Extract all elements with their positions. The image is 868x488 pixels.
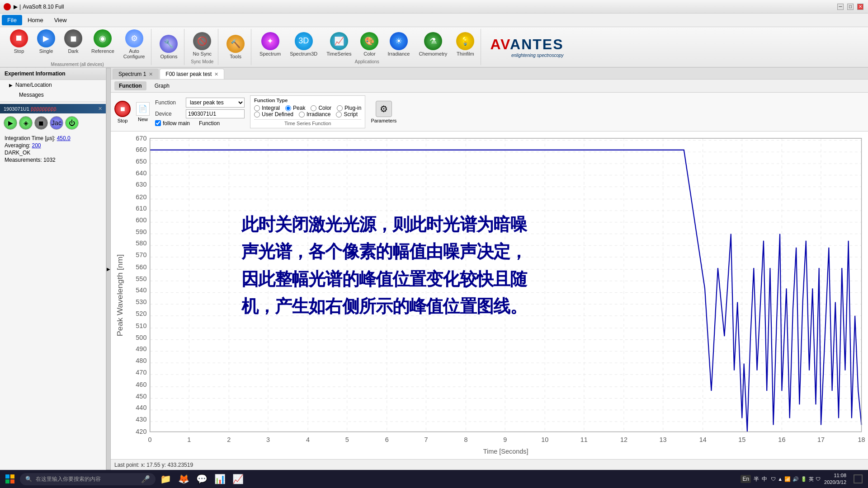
radio-peak[interactable] [285, 105, 291, 111]
sidebar-item-messages[interactable]: Messages [0, 90, 106, 100]
options-icon: 🔧 [160, 35, 178, 53]
device-power-button[interactable]: ⏻ [65, 116, 79, 130]
auto-configure-button[interactable]: ⚙ AutoConfigure [120, 28, 149, 61]
measurement-group-label: Measurement (all devices) [51, 62, 104, 67]
taskbar-search[interactable]: 🔍 在这里输入你要搜索的内容 🎤 [20, 473, 156, 485]
svg-text:620: 620 [136, 193, 146, 200]
taskbar-app-wechat[interactable]: 💬 [193, 471, 210, 487]
avantes-tagline: enlightening spectroscopy [511, 53, 564, 58]
single-button[interactable]: ▶ Single [33, 28, 59, 61]
dark-label: Dark [68, 48, 78, 54]
color-button[interactable]: 🎨 Color [357, 30, 382, 58]
toolbar-measurement-group: ⏹ Stop ▶ Single ◼ Dark ◉ Reference ⚙ Aut… [4, 29, 151, 65]
spectrum-button[interactable]: ✦ Spectrum [256, 30, 284, 58]
start-button[interactable] [2, 471, 18, 487]
tab-laser-peak[interactable]: F00 laser peak test ✕ [160, 69, 224, 79]
menu-view[interactable]: View [49, 15, 72, 25]
svg-text:600: 600 [136, 216, 146, 224]
irradiance-icon: ☀ [390, 32, 408, 50]
color-label: Color [363, 51, 375, 56]
sidebar-divider [0, 102, 106, 102]
integration-time-value[interactable]: 450.0 [57, 135, 71, 141]
follow-main-checkbox-group: follow main [155, 120, 190, 127]
chemometry-button[interactable]: ⚗ Chemometry [415, 30, 451, 58]
svg-text:640: 640 [136, 169, 146, 176]
dark-button[interactable]: ◼ Dark [61, 28, 86, 61]
auto-configure-icon: ⚙ [125, 29, 143, 47]
radio-integral[interactable] [254, 105, 260, 111]
timeseries-button[interactable]: 📈 TimeSeries [323, 30, 355, 58]
device-scope-button[interactable]: ◈ [19, 116, 33, 130]
menu-home[interactable]: Home [22, 15, 49, 25]
avantes-logo: AVANTES enlightening spectroscopy [483, 34, 571, 60]
params-button[interactable]: ⚙ Parameters [371, 101, 396, 123]
sync-button[interactable]: 🚫 No Sync [189, 30, 215, 58]
averaging-value[interactable]: 200 [32, 142, 41, 149]
tab-laser-peak-close[interactable]: ✕ [214, 71, 218, 77]
radio-script[interactable] [336, 112, 342, 117]
clock[interactable]: 11:08 2020/3/12 [824, 472, 846, 486]
svg-rect-95 [5, 479, 9, 483]
taskbar-app-avasoft[interactable]: 📈 [230, 471, 246, 487]
radio-user-defined[interactable] [254, 112, 260, 117]
func-new-button[interactable]: 📄 New [136, 102, 150, 122]
func-settings-group: Function laser peak tes Device follow ma… [155, 98, 245, 127]
minimize-button[interactable]: ─ [837, 4, 844, 10]
radio-irradiance-text: Irradiance [307, 111, 330, 117]
taskbar-app-files[interactable]: 📁 [157, 471, 174, 487]
svg-text:480: 480 [136, 357, 146, 364]
app-title: AvaSoft 8.10 Full [23, 4, 64, 10]
svg-text:420: 420 [136, 428, 146, 435]
device-bar: 1903071U1 βββββββββ ✕ [0, 104, 106, 113]
taskbar-app-red[interactable]: 📊 [212, 471, 228, 487]
close-button[interactable]: ✕ [857, 4, 863, 10]
sidebar-collapse-handle[interactable]: ▶ [106, 68, 111, 470]
reference-button[interactable]: ◉ Reference [88, 28, 118, 61]
irradiance-button[interactable]: ☀ Irradiance [384, 30, 413, 58]
dark-icon: ◼ [64, 29, 82, 47]
clock-time: 11:08 [824, 472, 846, 479]
svg-text:520: 520 [136, 310, 146, 317]
svg-text:540: 540 [136, 286, 146, 294]
window-controls[interactable]: ─ □ ✕ [837, 4, 863, 10]
function-tab[interactable]: Function [114, 81, 146, 90]
taskbar-app-browser[interactable]: 🦊 [175, 471, 192, 487]
follow-main-checkbox[interactable] [155, 120, 161, 126]
options-button[interactable]: 🔧 Options [156, 33, 181, 61]
menu-file[interactable]: File [2, 15, 22, 25]
stop-button[interactable]: ⏹ Stop [6, 28, 32, 61]
expand-tray-icon[interactable]: ▲ [778, 476, 783, 482]
func-device-input[interactable] [186, 109, 245, 118]
show-desktop-button[interactable] [850, 471, 866, 487]
svg-text:3: 3 [266, 436, 270, 443]
function-type-title: Function Type [254, 98, 361, 103]
device-script-button[interactable]: Jac [50, 116, 63, 130]
device-close-icon[interactable]: ✕ [98, 106, 102, 112]
radio-irradiance[interactable] [299, 112, 305, 117]
func-stop-button[interactable]: Stop [114, 101, 131, 123]
sidebar-item-name-location[interactable]: ▶ Name/Location [0, 80, 106, 90]
maximize-button[interactable]: □ [847, 4, 854, 10]
device-dark-button[interactable]: ◼ [34, 116, 48, 130]
sync-mode-label: Sync Mode [191, 59, 213, 64]
taskbar: 🔍 在这里输入你要搜索的内容 🎤 📁 🦊 💬 📊 📈 En 半 中 🛡 ▲ 📶 … [0, 470, 868, 488]
svg-text:580: 580 [136, 239, 146, 247]
spectrum3d-button[interactable]: 3D Spectrum3D [286, 30, 321, 58]
graph-tab[interactable]: Graph [150, 81, 174, 90]
func-function-select[interactable]: laser peak tes [186, 98, 245, 108]
device-start-button[interactable]: ▶ [4, 116, 17, 130]
volume-icon: 🔊 [793, 476, 799, 482]
tab-spectrum1-close[interactable]: ✕ [149, 71, 153, 77]
radio-color[interactable] [311, 105, 316, 111]
svg-text:2: 2 [227, 436, 231, 443]
single-label: Single [39, 48, 53, 54]
radio-plugin[interactable] [337, 105, 343, 111]
tools-button[interactable]: 🔨 Tools [223, 33, 248, 61]
radio-row-1: Integral Peak Color Plug-in [254, 105, 361, 111]
search-placeholder: 在这里输入你要搜索的内容 [36, 475, 101, 483]
menubar: File Home View [0, 14, 868, 27]
thinfilm-button[interactable]: 💡 Thinfilm [453, 30, 478, 58]
sidebar: Experiment Information ▶ Name/Location M… [0, 68, 106, 470]
svg-text:550: 550 [136, 275, 146, 282]
tab-spectrum1[interactable]: Spectrum 1 ✕ [113, 69, 159, 79]
